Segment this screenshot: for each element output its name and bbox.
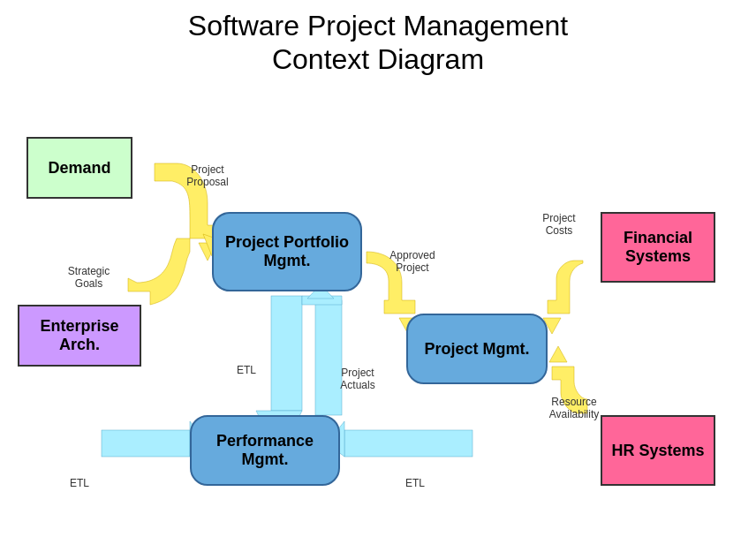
svg-marker-12 bbox=[302, 296, 342, 305]
label-project-proposal: ProjectProposal bbox=[181, 163, 234, 188]
label-strategic-goals: StrategicGoals bbox=[60, 265, 117, 290]
project-box: Project Mgmt. bbox=[406, 314, 548, 384]
label-project-costs: ProjectCosts bbox=[528, 212, 590, 237]
svg-rect-11 bbox=[315, 300, 342, 415]
hr-box: HR Systems bbox=[601, 415, 715, 486]
page-title: Software Project Management Context Diag… bbox=[0, 0, 756, 77]
demand-box: Demand bbox=[26, 137, 132, 199]
svg-rect-5 bbox=[271, 296, 302, 411]
performance-box: Performance Mgmt. bbox=[190, 415, 340, 486]
svg-rect-9 bbox=[344, 430, 472, 457]
label-etl-bottom-left: ETL bbox=[66, 477, 93, 489]
svg-rect-7 bbox=[102, 430, 190, 457]
svg-marker-4 bbox=[549, 346, 567, 362]
arrow-project-actuals bbox=[302, 284, 342, 415]
label-project-actuals: ProjectActuals bbox=[327, 367, 389, 391]
label-etl-bottom-right: ETL bbox=[402, 477, 428, 489]
portfolio-box: Project Portfolio Mgmt. bbox=[212, 212, 362, 291]
diagram-container: Software Project Management Context Diag… bbox=[0, 0, 756, 537]
financial-box: Financial Systems bbox=[601, 212, 715, 283]
arrow-strategic-to-portfolio bbox=[128, 234, 221, 305]
arrow-etl-right-performance bbox=[327, 421, 472, 457]
enterprise-box: Enterprise Arch. bbox=[18, 305, 141, 367]
label-resource-availability: ResourceAvailability bbox=[534, 396, 614, 420]
label-approved-project: ApprovedProject bbox=[382, 249, 443, 274]
label-etl-left: ETL bbox=[233, 364, 260, 376]
arrow-project-costs bbox=[543, 261, 583, 334]
